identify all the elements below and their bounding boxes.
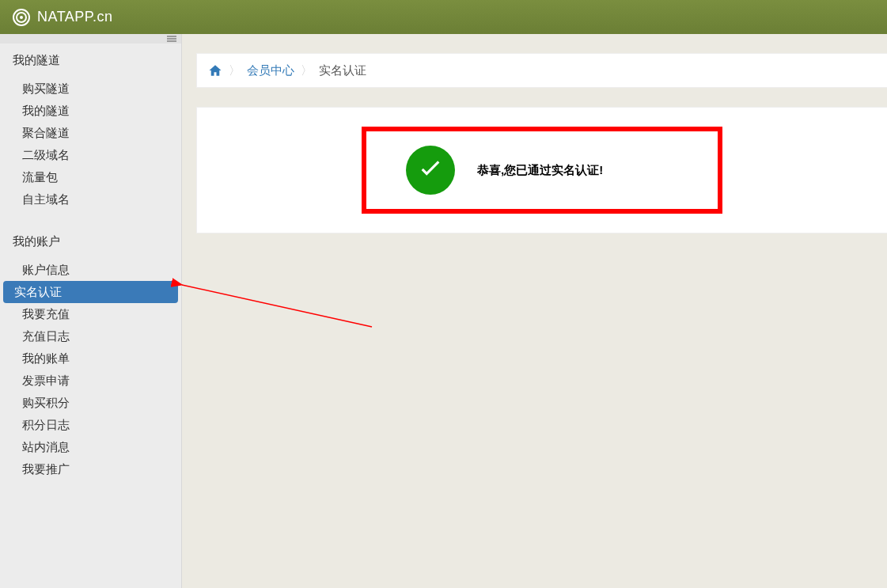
breadcrumb-sep: 〉 [301,63,313,78]
verification-result-text: 恭喜,您已通过实名认证! [477,163,603,178]
top-bar: NATAPP.cn [0,0,887,34]
sidebar-item[interactable]: 我要推广 [0,458,181,480]
sidebar-item[interactable]: 积分日志 [0,414,181,436]
brand-text: NATAPP.cn [37,9,113,25]
breadcrumb: 〉 会员中心 〉 实名认证 [196,53,887,88]
sidebar-section-tunnels: 我的隧道 [0,44,181,78]
sidebar-item[interactable]: 购买隧道 [0,78,181,100]
sidebar-list-account: 账户信息实名认证我要充值充值日志我的账单发票申请购买积分积分日志站内消息我要推广 [0,259,181,480]
check-circle-icon [406,146,455,195]
home-icon[interactable] [208,63,222,78]
sidebar: 我的隧道 购买隧道我的隧道聚合隧道二级域名流量包自主域名 我的账户 账户信息实名… [0,34,182,588]
sidebar-item[interactable]: 充值日志 [0,325,181,347]
sidebar-grip-bar [0,34,181,44]
sidebar-item[interactable]: 二级域名 [0,144,181,166]
sidebar-list-tunnels: 购买隧道我的隧道聚合隧道二级域名流量包自主域名 [0,78,181,211]
sidebar-item[interactable]: 实名认证 [3,281,178,303]
sidebar-item[interactable]: 发票申请 [0,370,181,392]
svg-point-2 [20,16,23,19]
grip-icon[interactable] [167,36,176,42]
sidebar-item[interactable]: 聚合隧道 [0,122,181,144]
verification-result-box: 恭喜,您已通过实名认证! [362,127,722,214]
sidebar-section-account: 我的账户 [0,225,181,259]
sidebar-item[interactable]: 账户信息 [0,259,181,281]
brand-wrap[interactable]: NATAPP.cn [12,8,113,27]
breadcrumb-current: 实名认证 [319,63,366,78]
main-content: 〉 会员中心 〉 实名认证 恭喜,您已通过实名认证! [182,34,887,588]
sidebar-item[interactable]: 我的账单 [0,347,181,370]
sidebar-item[interactable]: 站内消息 [0,436,181,458]
sidebar-item[interactable]: 我的隧道 [0,100,181,122]
sidebar-item[interactable]: 流量包 [0,166,181,188]
breadcrumb-member-center[interactable]: 会员中心 [247,63,294,78]
target-icon [12,8,31,27]
sidebar-item[interactable]: 购买积分 [0,392,181,414]
content-panel: 恭喜,您已通过实名认证! [196,107,887,233]
breadcrumb-sep: 〉 [229,63,241,78]
sidebar-item[interactable]: 我要充值 [0,303,181,325]
sidebar-item[interactable]: 自主域名 [0,188,181,211]
svg-line-4 [182,285,372,327]
